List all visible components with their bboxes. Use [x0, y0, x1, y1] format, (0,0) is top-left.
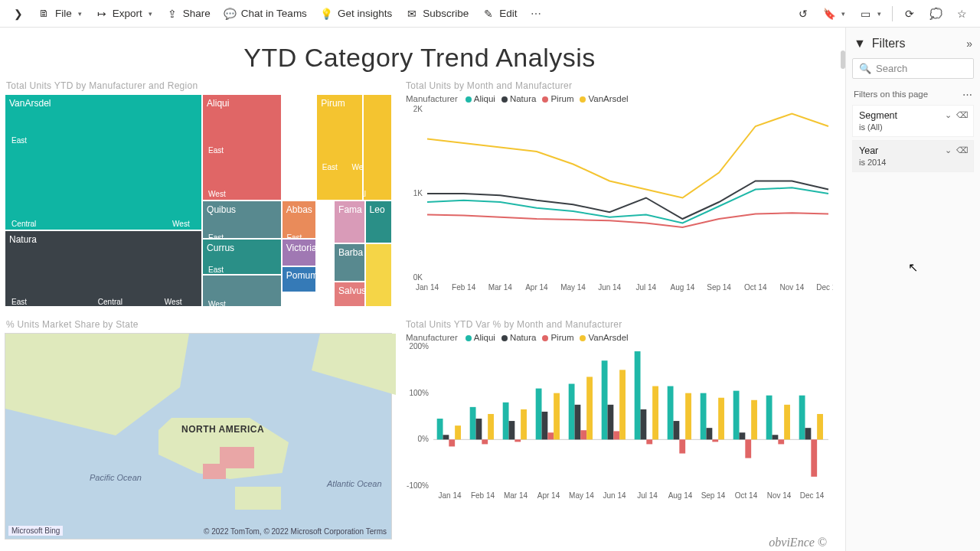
svg-rect-72: [773, 435, 779, 439]
svg-text:Jun 14: Jun 14: [598, 283, 621, 292]
comment-button[interactable]: 💭: [923, 5, 948, 23]
map-label-pacific: Pacific Ocean: [90, 473, 142, 482]
subscribe-button[interactable]: ✉Subscribe: [400, 5, 475, 23]
filter-icon: ▼: [854, 37, 866, 51]
tile-bar-chart[interactable]: Total Units YTD Var % by Month and Manuf…: [404, 318, 835, 538]
refresh-icon: ⟳: [903, 8, 916, 20]
insights-button[interactable]: 💡Get insights: [315, 5, 398, 23]
svg-text:0K: 0K: [413, 273, 423, 282]
svg-text:-100%: -100%: [407, 481, 429, 490]
chevron-down-icon: ▾: [78, 10, 82, 18]
treemap-cell[interactable]: VanArsdelEastCentralWest: [5, 94, 202, 230]
edit-label: Edit: [499, 8, 517, 19]
filters-section-label: Filters on this page: [852, 86, 929, 102]
refresh-button[interactable]: ⟳: [897, 5, 922, 23]
svg-text:Sep 14: Sep 14: [701, 491, 726, 500]
reset-button[interactable]: ↺: [791, 5, 815, 23]
search-icon: 🔍: [859, 63, 871, 74]
svg-rect-77: [805, 428, 812, 439]
treemap-cell[interactable]: [365, 243, 392, 307]
svg-rect-49: [619, 370, 626, 439]
clear-filter-icon[interactable]: ⌫: [956, 110, 969, 120]
chevron-right-icon: ❯: [12, 8, 24, 20]
treemap-cell[interactable]: Salvus: [334, 282, 364, 307]
treemap-cell[interactable]: CurrusEast: [202, 239, 282, 275]
bookmark-icon: 🔖: [823, 8, 835, 20]
tile-map[interactable]: % Units Market Share by State NORTH AMER…: [5, 318, 392, 538]
svg-rect-79: [817, 414, 823, 439]
chevron-down-icon[interactable]: ⌄: [945, 110, 952, 120]
tile-line-chart[interactable]: Total Units by Month and Manufacturer Ma…: [404, 79, 835, 305]
export-label: Export: [113, 8, 142, 19]
file-label: File: [55, 8, 72, 19]
svg-rect-39: [554, 393, 560, 440]
chevron-down-icon: ▾: [877, 10, 881, 18]
tile-title: Total Units YTD Var % by Month and Manuf…: [404, 318, 835, 333]
svg-rect-38: [547, 432, 554, 439]
expand-pane-button[interactable]: »: [966, 37, 972, 50]
treemap-cell[interactable]: PirumEastWest: [316, 94, 363, 201]
treemap-cell[interactable]: Fama: [334, 201, 364, 243]
svg-rect-66: [733, 391, 740, 440]
svg-text:Sep 14: Sep 14: [707, 283, 731, 292]
treemap-cell[interactable]: AliquiEastWest: [202, 94, 282, 201]
favorite-button[interactable]: ☆: [949, 5, 974, 23]
edit-button[interactable]: ✎Edit: [476, 5, 523, 23]
legend: Manufacturer AliquiNaturaPirumVanArsdel: [404, 94, 835, 103]
insights-label: Get insights: [338, 8, 392, 19]
filter-search[interactable]: 🔍 Search: [852, 58, 974, 79]
report-canvas: YTD Category Trend Analysis Total Units …: [0, 28, 845, 551]
chevron-down-icon[interactable]: ⌄: [945, 145, 952, 155]
svg-rect-73: [778, 439, 784, 444]
svg-text:Apr 14: Apr 14: [537, 491, 560, 500]
svg-rect-29: [488, 414, 494, 439]
filter-card[interactable]: Segment is (All) ⌄⌫: [852, 105, 974, 137]
svg-rect-34: [521, 409, 527, 439]
file-menu[interactable]: 🗎File▾: [32, 5, 88, 23]
map-visual[interactable]: NORTH AMERICA Pacific Ocean Atlantic Oce…: [5, 333, 392, 540]
back-button[interactable]: ❯: [6, 5, 31, 23]
svg-rect-48: [613, 431, 619, 439]
share-button[interactable]: ⇪Share: [160, 5, 217, 23]
treemap-cell[interactable]: Victoria: [282, 239, 317, 266]
svg-rect-52: [641, 409, 647, 439]
svg-text:Apr 14: Apr 14: [525, 283, 548, 292]
tile-treemap[interactable]: Total Units YTD by Manufacturer and Regi…: [5, 79, 392, 305]
ellipsis-icon: ⋯: [531, 8, 543, 20]
clear-filter-icon[interactable]: ⌫: [956, 145, 969, 155]
svg-text:200%: 200%: [409, 342, 429, 350]
svg-rect-26: [470, 407, 476, 439]
svg-text:May 14: May 14: [560, 283, 586, 292]
map-label-atlantic: Atlantic Ocean: [327, 479, 382, 488]
page-title: YTD Category Trend Analysis: [5, 34, 835, 79]
svg-text:Feb 14: Feb 14: [452, 283, 476, 292]
treemap-cell[interactable]: PomumCentral: [282, 266, 317, 292]
chat-teams-button[interactable]: 💬Chat in Teams: [218, 5, 313, 23]
comment-icon: 💭: [929, 8, 942, 20]
filter-card[interactable]: Year is 2014 ⌄⌫: [852, 140, 974, 172]
filters-header: Filters: [872, 37, 906, 51]
svg-rect-71: [766, 396, 773, 440]
treemap-cell[interactable]: NaturaEastCentralWest: [5, 230, 202, 307]
treemap-cell[interactable]: AbbasEast: [282, 201, 317, 239]
legend-title: Manufacturer: [406, 94, 458, 103]
view-menu[interactable]: ▭▾: [853, 5, 887, 23]
svg-rect-63: [712, 439, 718, 442]
treemap-cell[interactable]: Central: [363, 94, 392, 201]
treemap-cell[interactable]: QuibusEast: [202, 201, 282, 239]
treemap-cell[interactable]: West: [202, 275, 282, 307]
legend-title: Manufacturer: [406, 333, 458, 342]
bulb-icon: 💡: [321, 8, 333, 20]
treemap-cell[interactable]: Leo: [365, 201, 392, 243]
svg-text:100%: 100%: [409, 389, 429, 397]
export-menu[interactable]: ↦Export▾: [90, 5, 158, 23]
scrollbar-thumb[interactable]: [841, 51, 845, 69]
bookmark-menu[interactable]: 🔖▾: [817, 5, 851, 23]
more-menu[interactable]: ⋯: [524, 5, 549, 23]
ellipsis-icon[interactable]: ⋯: [962, 89, 974, 100]
treemap-cell[interactable]: Barba: [334, 243, 364, 282]
bing-badge: Microsoft Bing: [8, 526, 63, 536]
svg-rect-36: [536, 389, 542, 440]
svg-rect-27: [476, 419, 482, 439]
svg-text:Aug 14: Aug 14: [668, 491, 693, 500]
